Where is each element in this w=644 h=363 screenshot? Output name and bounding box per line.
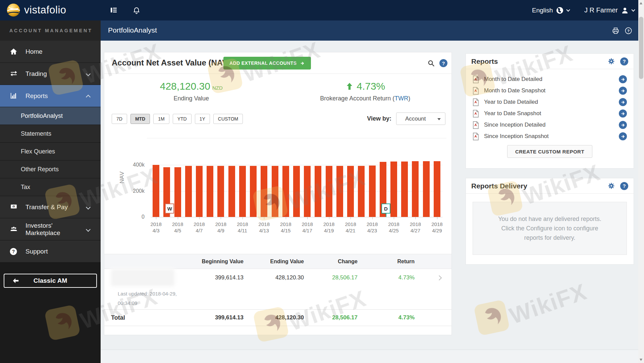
row-expand-chevron-icon[interactable]: [437, 275, 442, 280]
sidebar-items: HomeTradingReportsPortfolioAnalystStatem…: [0, 41, 101, 263]
classic-am-button[interactable]: Classic AM: [4, 274, 97, 288]
sidebar-subitem-label: Statements: [21, 130, 51, 137]
create-custom-report-button[interactable]: CREATE CUSTOM REPORT: [507, 145, 592, 158]
delivery-help-icon[interactable]: ?: [620, 182, 628, 190]
nav-bar[interactable]: [390, 162, 397, 217]
brand-logo-group[interactable]: vistafolio: [6, 3, 66, 17]
run-report-arrow-button[interactable]: [619, 132, 627, 140]
nav-bar[interactable]: [293, 166, 300, 217]
sidebar-item-trading[interactable]: Trading: [0, 63, 101, 85]
table-row[interactable]: 399,614.13 428,120.30 28,506.17 4.73%: [104, 269, 451, 286]
nav-bar[interactable]: [174, 167, 181, 217]
nav-bar[interactable]: [326, 166, 332, 217]
run-report-arrow-button[interactable]: [619, 87, 627, 95]
nav-bar[interactable]: [153, 165, 159, 217]
sidebar-item-label: Transfer & Pay: [25, 203, 68, 211]
brand-name: vistafolio: [24, 4, 66, 16]
nav-bar[interactable]: [315, 166, 321, 217]
report-item-label: Year to Date Detailed: [484, 99, 538, 105]
nav-bar[interactable]: [282, 166, 289, 217]
nav-bar[interactable]: [304, 166, 311, 217]
sidebar-item-transfer-pay[interactable]: $Transfer & Pay: [0, 196, 101, 218]
nav-bar[interactable]: [228, 166, 235, 217]
nav-bar[interactable]: [250, 166, 257, 217]
x-axis-tick-label: 20184/19: [318, 221, 340, 234]
sidebar-item-reports[interactable]: Reports: [0, 85, 101, 107]
x-axis-tick: [178, 217, 178, 219]
user-chevron-icon: [631, 8, 635, 11]
search-icon[interactable]: [427, 59, 435, 67]
report-item[interactable]: Year to Date Detailed: [466, 96, 634, 108]
user-menu[interactable]: J R Farmer: [584, 0, 635, 20]
report-item[interactable]: Month to Date Snapshot: [466, 85, 634, 96]
period-button-mtd[interactable]: MTD: [130, 114, 150, 124]
run-report-arrow-button[interactable]: [619, 98, 627, 106]
reports-panel-title: Reports: [471, 57, 498, 65]
period-button-1y[interactable]: 1Y: [195, 114, 210, 124]
sidebar-item-support[interactable]: ?Support: [0, 240, 101, 263]
notifications-bell-icon[interactable]: [132, 6, 141, 15]
period-button-group: 7DMTD1MYTD1YCUSTOM: [112, 114, 246, 124]
scroll-down-arrow[interactable]: [640, 359, 642, 361]
report-item[interactable]: Since Inception Detailed: [466, 119, 634, 131]
nav-bar[interactable]: [358, 166, 365, 217]
x-axis-tick: [199, 217, 200, 219]
sidebar-subitem-portfolioanalyst[interactable]: PortfolioAnalyst: [0, 107, 101, 125]
gear-icon[interactable]: [607, 57, 615, 65]
scrollbar-thumb[interactable]: [639, 17, 643, 79]
summary-values-row: 428,120.30NZD Ending Value 4.73% Brokera…: [104, 74, 452, 111]
nav-bar[interactable]: [196, 166, 203, 217]
transfer-icon: $: [9, 203, 18, 211]
run-report-arrow-button[interactable]: [619, 121, 627, 129]
sidebar-subitem-statements[interactable]: Statements: [0, 125, 101, 143]
nav-bar[interactable]: [347, 166, 354, 217]
twr-link[interactable]: TWR: [394, 95, 408, 102]
ending-value-label: Ending Value: [104, 95, 278, 102]
run-report-arrow-button[interactable]: [619, 75, 627, 83]
gear-icon[interactable]: [607, 182, 615, 190]
nav-bar[interactable]: [217, 166, 224, 217]
nav-bar[interactable]: [434, 161, 440, 217]
add-external-accounts-label: ADD EXTERNAL ACCOUNTS: [229, 60, 297, 66]
sidebar-subitem-flex-queries[interactable]: Flex Queries: [0, 143, 101, 161]
add-external-accounts-button[interactable]: ADD EXTERNAL ACCOUNTS: [223, 57, 311, 70]
period-button-ytd[interactable]: YTD: [173, 114, 192, 124]
nav-bar[interactable]: [272, 166, 278, 217]
period-button-7d[interactable]: 7D: [112, 114, 127, 124]
chart-controls-row: 7DMTD1MYTD1YCUSTOM View by: Account: [112, 112, 445, 125]
view-by-dropdown[interactable]: Account: [396, 112, 445, 125]
sidebar-subitem-tax[interactable]: Tax: [0, 178, 101, 196]
help-icon[interactable]: ?: [625, 27, 632, 35]
globe-icon: [556, 6, 564, 14]
sidebar-item-investors-marketplace[interactable]: Investors' Marketplace: [0, 218, 101, 240]
nav-bar[interactable]: [185, 166, 192, 217]
vertical-scrollbar[interactable]: [638, 0, 644, 363]
chart-marker-w[interactable]: W: [165, 203, 174, 214]
sidebar-item-home[interactable]: Home: [0, 41, 101, 63]
reports-help-icon[interactable]: ?: [620, 57, 628, 65]
nav-bar[interactable]: [261, 166, 267, 217]
nav-bar[interactable]: [412, 161, 419, 217]
nav-card-header: Account Net Asset Value (NAV) ADD EXTERN…: [104, 52, 451, 74]
report-item[interactable]: Since Inception Snapshot: [466, 131, 634, 142]
scroll-up-arrow[interactable]: [640, 2, 642, 4]
nav-bar[interactable]: [423, 161, 430, 217]
menu-toggle-icon[interactable]: [110, 6, 118, 15]
nav-bar[interactable]: [207, 166, 213, 217]
chart-marker-d[interactable]: D: [381, 203, 390, 214]
x-axis-tick-label: 20184/5: [167, 221, 189, 234]
nav-bar[interactable]: [239, 166, 246, 217]
nav-bar[interactable]: [369, 166, 376, 217]
period-button-1m[interactable]: 1M: [153, 114, 169, 124]
nav-card-help-icon[interactable]: ?: [439, 59, 447, 67]
report-item[interactable]: Year to Date Snapshot: [466, 108, 634, 119]
run-report-arrow-button[interactable]: [619, 109, 627, 118]
nav-bar[interactable]: [401, 162, 408, 217]
language-selector[interactable]: English: [532, 0, 570, 20]
period-button-custom[interactable]: CUSTOM: [213, 114, 243, 124]
people-icon: [9, 225, 18, 233]
print-icon[interactable]: [612, 27, 620, 35]
sidebar-subitem-other-reports[interactable]: Other Reports: [0, 161, 101, 178]
nav-bar[interactable]: [336, 166, 343, 217]
report-item[interactable]: Month to Date Detailed: [466, 74, 634, 85]
